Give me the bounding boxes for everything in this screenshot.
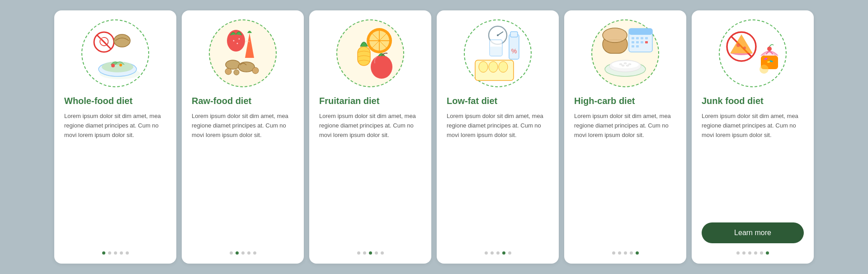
svg-rect-47 xyxy=(645,41,648,43)
cards-container: 🚫 Whole-food diet Lorem ipsum dolor sit … xyxy=(54,10,814,264)
dot-1 xyxy=(612,251,615,255)
svg-rect-41 xyxy=(636,37,639,39)
svg-point-70 xyxy=(760,65,769,74)
svg-point-12 xyxy=(239,38,240,40)
dot-3 xyxy=(241,251,245,255)
svg-point-8 xyxy=(119,64,122,66)
icon-area-high-carb xyxy=(574,19,676,87)
svg-point-55 xyxy=(619,64,622,65)
icon-area-junk-food xyxy=(702,19,804,87)
dot-4 xyxy=(247,251,250,255)
svg-marker-62 xyxy=(730,34,753,53)
dot-4 xyxy=(375,251,378,255)
card-title-junk-food: Junk food diet xyxy=(702,95,764,106)
svg-point-54 xyxy=(612,61,639,68)
dot-1 xyxy=(230,251,233,255)
dots-junk-food xyxy=(702,251,804,255)
icon-circle-high-carb xyxy=(591,19,659,87)
svg-point-17 xyxy=(252,67,259,74)
dots-fruitarian xyxy=(319,251,421,255)
dots-high-carb xyxy=(574,251,676,255)
dots-low-fat xyxy=(447,251,549,255)
card-whole-food: 🚫 Whole-food diet Lorem ipsum dolor sit … xyxy=(54,10,176,264)
card-title-fruitarian: Fruitarian diet xyxy=(319,95,379,106)
dot-2 xyxy=(742,251,745,255)
icon-circle-raw-food xyxy=(209,19,277,87)
dot-4 xyxy=(630,251,633,255)
card-text-whole-food: Lorem ipsum dolor sit dim amet, mea regi… xyxy=(64,112,166,243)
dot-2 xyxy=(363,251,366,255)
dot-2 xyxy=(108,251,111,255)
svg-point-57 xyxy=(628,64,631,65)
svg-rect-37 xyxy=(490,47,502,56)
svg-point-63 xyxy=(736,43,740,47)
card-text-fruitarian: Lorem ipsum dolor sit dim amet, mea regi… xyxy=(319,112,421,243)
dots-raw-food xyxy=(192,251,294,255)
card-text-junk-food: Lorem ipsum dolor sit dim amet, mea regi… xyxy=(702,112,804,215)
dot-1 xyxy=(357,251,360,255)
svg-point-25 xyxy=(371,55,392,79)
svg-rect-40 xyxy=(632,37,634,39)
svg-point-58 xyxy=(622,65,624,66)
icon-area-fruitarian xyxy=(319,19,421,87)
card-title-low-fat: Low-fat diet xyxy=(447,95,497,106)
dot-3 xyxy=(496,251,500,255)
svg-point-13 xyxy=(226,60,240,69)
dot-5 xyxy=(760,251,763,255)
svg-rect-43 xyxy=(645,37,648,39)
svg-rect-42 xyxy=(641,37,643,39)
dot-3 xyxy=(748,251,751,255)
icon-area-raw-food xyxy=(192,19,294,87)
svg-rect-44 xyxy=(632,41,634,43)
dot-2 xyxy=(491,251,494,255)
icon-circle-fruitarian xyxy=(336,19,404,87)
dot-4 xyxy=(502,251,505,255)
svg-point-15 xyxy=(225,68,231,75)
dot-3 xyxy=(369,251,372,255)
dot-2 xyxy=(618,251,621,255)
svg-text:🚫: 🚫 xyxy=(99,37,109,47)
svg-line-28 xyxy=(498,32,503,35)
dot-5 xyxy=(253,251,256,255)
dot-5 xyxy=(508,251,511,255)
svg-rect-49 xyxy=(636,45,639,47)
svg-point-56 xyxy=(624,63,627,64)
card-title-raw-food: Raw-food diet xyxy=(192,95,251,106)
dot-3 xyxy=(624,251,627,255)
card-high-carb: High-carb diet Lorem ipsum dolor sit dim… xyxy=(564,10,686,264)
svg-rect-45 xyxy=(636,41,639,43)
card-title-whole-food: Whole-food diet xyxy=(64,95,132,106)
svg-point-16 xyxy=(234,70,239,75)
dot-3 xyxy=(114,251,117,255)
svg-point-4 xyxy=(114,34,130,47)
dot-6 xyxy=(766,251,769,255)
dot-1 xyxy=(102,251,105,255)
dot-2 xyxy=(236,251,239,255)
svg-point-35 xyxy=(499,61,508,72)
dot-4 xyxy=(120,251,123,255)
icon-circle-low-fat: % xyxy=(464,19,532,87)
svg-rect-48 xyxy=(632,45,634,47)
svg-rect-30 xyxy=(510,32,518,37)
learn-more-button[interactable]: Learn more xyxy=(702,222,804,243)
svg-point-34 xyxy=(489,61,498,72)
dot-5 xyxy=(636,251,639,255)
dot-5 xyxy=(381,251,384,255)
icon-area-whole-food: 🚫 xyxy=(64,19,166,87)
svg-point-9 xyxy=(227,30,245,52)
card-low-fat: % Low-fat diet Lorem ipsum dolor sit dim… xyxy=(437,10,559,264)
svg-rect-29 xyxy=(509,34,519,59)
card-raw-food: Raw-food diet Lorem ipsum dolor sit dim … xyxy=(182,10,304,264)
icon-circle-whole-food: 🚫 xyxy=(81,19,149,87)
svg-point-11 xyxy=(237,43,238,44)
svg-point-33 xyxy=(479,61,488,72)
dot-1 xyxy=(485,251,488,255)
card-text-raw-food: Lorem ipsum dolor sit dim amet, mea regi… xyxy=(192,112,294,243)
dot-5 xyxy=(126,251,129,255)
dot-1 xyxy=(736,251,740,255)
card-fruitarian: Fruitarian diet Lorem ipsum dolor sit di… xyxy=(309,10,431,264)
dot-4 xyxy=(754,251,757,255)
svg-point-10 xyxy=(233,40,235,42)
svg-rect-39 xyxy=(629,28,652,35)
icon-area-low-fat: % xyxy=(447,19,549,87)
